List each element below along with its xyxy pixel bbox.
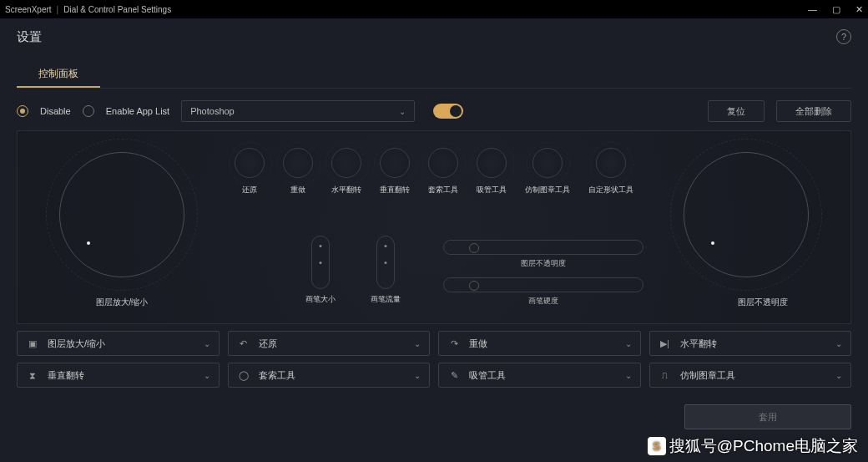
selector-3[interactable]: ▶|水平翻转⌄ [649,331,852,356]
apply-button[interactable]: 套用 [684,404,851,429]
flip-h-icon: ▶| [659,338,672,349]
small-dial-1[interactable] [283,148,313,178]
window-title: Dial & Control Panel Settings [63,5,171,14]
small-dial-4[interactable] [428,148,458,178]
small-dial-label: 还原 [242,185,257,195]
selector-label: 还原 [259,338,277,350]
selector-label: 垂直翻转 [48,369,84,382]
help-icon[interactable]: ? [836,29,851,44]
small-dial-label: 吸管工具 [477,185,507,195]
radio-disable[interactable] [17,105,28,117]
delete-all-button[interactable]: 全部删除 [776,100,851,122]
right-dial[interactable] [684,152,809,277]
slider-label: 图层不透明度 [443,258,643,269]
radio-enable-app-list[interactable] [83,105,94,117]
chevron-down-icon: ⌄ [625,339,632,348]
enable-toggle[interactable] [433,104,463,119]
pill-label: 画笔流量 [371,294,401,305]
selector-6[interactable]: ✎吸管工具⌄ [438,363,641,388]
pill-1[interactable] [376,236,395,289]
app-name: ScreenXpert [5,5,52,14]
small-dial-3[interactable] [380,148,410,178]
radio-disable-label: Disable [40,106,71,116]
chevron-down-icon: ⌄ [414,371,421,380]
undo-icon: ↶ [237,338,250,349]
pill-label: 画笔大小 [305,294,336,305]
left-dial[interactable] [59,152,184,277]
small-dial-2[interactable] [331,148,361,178]
right-dial-label: 图层不透明度 [713,297,813,308]
selector-7[interactable]: ⎍仿制图章工具⌄ [649,363,852,388]
lasso-icon: ◯ [237,370,250,381]
chevron-down-icon: ⌄ [625,371,632,380]
eyedropper-icon: ✎ [447,370,461,381]
small-dial-label: 水平翻转 [331,185,361,195]
app-dropdown[interactable]: Photoshop ⌄ [181,100,415,122]
slider-0[interactable] [443,240,643,255]
chevron-down-icon: ⌄ [204,371,210,380]
selector-label: 图层放大/缩小 [48,338,105,350]
close-icon[interactable]: ✕ [855,4,863,15]
chevron-down-icon: ⌄ [835,371,842,380]
selector-2[interactable]: ↷重做⌄ [438,331,641,356]
selector-5[interactable]: ◯套索工具⌄ [228,363,431,388]
selector-label: 水平翻转 [680,338,717,350]
chevron-down-icon: ⌄ [399,107,406,116]
left-dial-label: 图层放大/缩小 [72,297,172,308]
selector-0[interactable]: ▣图层放大/缩小⌄ [17,331,220,356]
selector-1[interactable]: ↶还原⌄ [228,331,431,356]
radio-enable-label: Enable App List [106,106,169,116]
slider-1[interactable] [443,277,643,292]
titlebar: ScreenXpert | Dial & Control Panel Setti… [0,0,868,18]
small-dial-label: 仿制图章工具 [525,185,570,195]
chevron-down-icon: ⌄ [835,339,842,348]
layers-icon: ▣ [26,338,39,349]
minimize-icon[interactable]: ― [808,4,817,14]
selector-label: 吸管工具 [469,369,506,382]
small-dial-5[interactable] [477,148,507,178]
flip-v-icon: ⧗ [26,370,39,381]
small-dial-label: 重做 [290,185,305,195]
small-dial-6[interactable] [532,148,563,178]
small-dial-label: 自定形状工具 [588,185,633,195]
maximize-icon[interactable]: ▢ [832,4,840,15]
small-dial-label: 套索工具 [428,185,458,195]
pill-0[interactable] [311,236,330,289]
selector-label: 重做 [469,338,487,350]
clone-stamp-icon: ⎍ [659,370,672,380]
chevron-down-icon: ⌄ [414,339,421,348]
page-title: 设置 [17,29,42,45]
slider-label: 画笔硬度 [443,296,643,307]
dial-canvas: 图层放大/缩小 图层不透明度 还原重做水平翻转垂直翻转套索工具吸管工具仿制图章工… [17,130,851,324]
small-dial-0[interactable] [235,148,265,178]
small-dial-7[interactable] [596,148,626,178]
reset-button[interactable]: 复位 [708,100,765,122]
chevron-down-icon: ⌄ [204,339,210,348]
selector-label: 仿制图章工具 [680,369,735,382]
small-dial-label: 垂直翻转 [380,185,410,195]
tab-control-panel[interactable]: 控制面板 [17,62,100,88]
selector-label: 套索工具 [259,369,295,382]
selector-4[interactable]: ⧗垂直翻转⌄ [17,363,220,388]
redo-icon: ↷ [447,338,461,349]
